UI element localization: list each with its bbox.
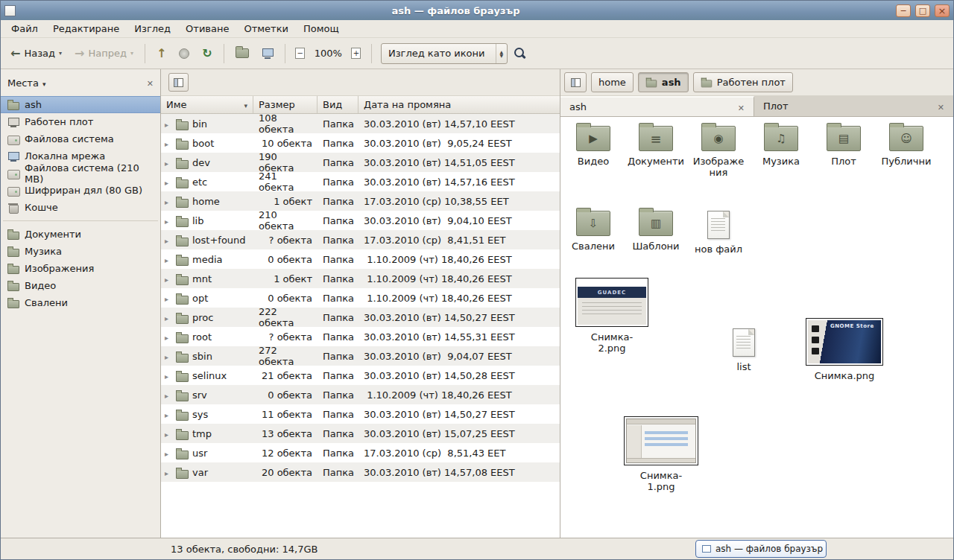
- computer-button[interactable]: [256, 42, 279, 66]
- maximize-button[interactable]: [915, 4, 930, 17]
- expander-icon[interactable]: [165, 293, 172, 304]
- table-row[interactable]: root? обектаПапка30.03.2010 (вт) 14,55,3…: [161, 327, 560, 346]
- icon-item-images[interactable]: Изображения: [687, 126, 750, 178]
- table-row[interactable]: sbin272 обектаПапка30.03.2010 (вт) 9,04,…: [161, 346, 560, 366]
- expander-icon[interactable]: [165, 448, 172, 459]
- icon-item-video[interactable]: Видео: [562, 126, 625, 178]
- back-button[interactable]: Назад: [5, 42, 67, 66]
- expander-icon[interactable]: [165, 428, 172, 439]
- sidebar-item-документи[interactable]: Документи: [1, 226, 160, 243]
- tab-ash[interactable]: ash: [560, 96, 754, 116]
- sidebar-item-файлова-система[interactable]: Файлова система: [1, 130, 160, 147]
- table-row[interactable]: dev190 обектаПапка30.03.2010 (вт) 14,51,…: [161, 153, 560, 172]
- sidebar-item-файлова-система-(210-mb)[interactable]: Файлова система (210 MB): [1, 165, 160, 182]
- view-mode-select[interactable]: Изглед като икони ▲▼: [381, 43, 508, 64]
- menu-item-2[interactable]: Изглед: [127, 21, 178, 36]
- table-row[interactable]: boot10 обектаПапка30.03.2010 (вт) 9,05,2…: [161, 133, 560, 153]
- expander-icon[interactable]: [165, 215, 172, 226]
- path-button-home[interactable]: home: [591, 72, 634, 92]
- sidebar-item-кошче[interactable]: Кошче: [1, 199, 160, 216]
- tab-close-icon[interactable]: [738, 102, 745, 112]
- close-button[interactable]: [935, 4, 950, 17]
- sidebar-close-icon[interactable]: [147, 77, 154, 88]
- table-row[interactable]: bin108 обектаПапка30.03.2010 (вт) 14,57,…: [161, 114, 560, 133]
- menu-item-3[interactable]: Отиване: [178, 21, 236, 36]
- sidebar-item-свалени[interactable]: Свалени: [1, 294, 160, 311]
- zoom-level[interactable]: 100%: [312, 48, 345, 59]
- column-header-type[interactable]: Вид: [318, 96, 358, 113]
- table-row[interactable]: tmp13 обектаПапка30.03.2010 (вт) 15,07,2…: [161, 424, 560, 443]
- sidebar-title[interactable]: Места: [7, 77, 39, 89]
- menu-item-4[interactable]: Отметки: [236, 21, 295, 36]
- icon-item-snimka[interactable]: GNOME Store Снимка.png: [800, 318, 888, 381]
- table-row[interactable]: sys11 обектаПапка30.03.2010 (вт) 14,50,2…: [161, 404, 560, 424]
- tab-close-icon[interactable]: [938, 101, 944, 112]
- expander-icon[interactable]: [165, 118, 172, 130]
- table-row[interactable]: var20 обектаПапка30.03.2010 (вт) 14,57,0…: [161, 462, 560, 482]
- minimize-button[interactable]: [896, 4, 911, 17]
- expander-icon[interactable]: [165, 273, 172, 284]
- icon-item-new-file[interactable]: нов файл: [687, 211, 750, 255]
- table-row[interactable]: selinux21 обектаПапка30.03.2010 (вт) 14,…: [161, 366, 560, 385]
- icon-item-downloads[interactable]: Свалени: [562, 211, 625, 255]
- table-row[interactable]: mnt1 обектПапка 1.10.2009 (чт) 18,40,26 …: [161, 269, 560, 288]
- menu-item-1[interactable]: Редактиране: [45, 21, 127, 36]
- table-row[interactable]: opt0 обектаПапка 1.10.2009 (чт) 18,40,26…: [161, 288, 560, 308]
- column-header-size[interactable]: Размер: [253, 96, 318, 113]
- table-row[interactable]: proc222 обектаПапка30.03.2010 (вт) 14,50…: [161, 308, 560, 327]
- path-button-ash[interactable]: ash: [638, 72, 689, 92]
- tab-plot[interactable]: Плот: [754, 96, 953, 116]
- icon-item-snimka1[interactable]: Снимка-1.png: [620, 416, 702, 492]
- reload-button[interactable]: [197, 42, 217, 66]
- column-header-name[interactable]: Име: [161, 96, 253, 113]
- sidebar-item-работен-плот[interactable]: Работен плот: [1, 113, 160, 130]
- icon-item-snimka2[interactable]: GUADEC Снимка-2.png: [571, 278, 653, 354]
- icon-item-desktop[interactable]: Плот: [812, 126, 875, 178]
- expander-icon[interactable]: [165, 351, 172, 362]
- sidebar-item-музика[interactable]: Музика: [1, 243, 160, 260]
- icon-item-music[interactable]: Музика: [750, 126, 812, 178]
- expander-icon[interactable]: [165, 196, 172, 207]
- expander-icon[interactable]: [165, 312, 172, 323]
- expander-icon[interactable]: [165, 176, 172, 188]
- icon-item-templates[interactable]: Шаблони: [625, 211, 687, 255]
- expander-icon[interactable]: [165, 138, 172, 149]
- expander-icon[interactable]: [165, 389, 172, 401]
- icon-item-documents[interactable]: Документи: [625, 126, 687, 178]
- path-button-desktop[interactable]: Работен плот: [693, 72, 793, 92]
- sort-caret-icon[interactable]: [244, 99, 247, 110]
- back-history-caret-icon[interactable]: [59, 50, 62, 57]
- taskbar-window-button[interactable]: ash — файлов браузър: [695, 540, 827, 558]
- expander-icon[interactable]: [165, 467, 172, 478]
- icon-item-public[interactable]: Публични: [875, 126, 938, 178]
- up-button[interactable]: [151, 42, 171, 66]
- expander-icon[interactable]: [165, 370, 172, 381]
- table-row[interactable]: home1 обектПапка17.03.2010 (ср) 10,38,55…: [161, 191, 560, 211]
- forward-button[interactable]: Напред: [69, 42, 139, 66]
- sidebar-item-видео[interactable]: Видео: [1, 277, 160, 294]
- sidebar-item-шифриран-дял-(80-gb)[interactable]: Шифриран дял (80 GB): [1, 182, 160, 199]
- column-header-date[interactable]: Дата на промяна: [358, 96, 560, 113]
- sidebar-caret-icon[interactable]: [42, 77, 46, 89]
- menu-item-0[interactable]: Файл: [4, 21, 45, 36]
- spinner-arrows-icon[interactable]: ▲▼: [496, 44, 508, 63]
- expander-icon[interactable]: [165, 157, 172, 168]
- stop-button[interactable]: [174, 42, 195, 66]
- home-button[interactable]: [230, 42, 254, 66]
- table-row[interactable]: lost+found? обектаПапка17.03.2010 (ср) 8…: [161, 230, 560, 249]
- search-icon[interactable]: [514, 48, 525, 59]
- table-row[interactable]: media0 обектаПапка 1.10.2009 (чт) 18,40,…: [161, 249, 560, 269]
- icon-item-list[interactable]: list: [721, 328, 766, 372]
- titlebar[interactable]: ash — файлов браузър: [1, 1, 953, 20]
- table-row[interactable]: lib210 обектаПапка30.03.2010 (вт) 9,04,1…: [161, 211, 560, 230]
- path-root-button[interactable]: [564, 72, 587, 92]
- menu-item-5[interactable]: Помощ: [296, 21, 347, 36]
- table-row[interactable]: usr12 обектаПапка17.03.2010 (ср) 8,51,43…: [161, 443, 560, 462]
- expander-icon[interactable]: [165, 235, 172, 246]
- expander-icon[interactable]: [165, 254, 172, 265]
- tree-pane-button[interactable]: [168, 73, 189, 92]
- sidebar-item-изображения[interactable]: Изображения: [1, 260, 160, 277]
- zoom-out-button[interactable]: [291, 45, 309, 63]
- icon-view[interactable]: Видео Документи Изображения Музика: [560, 117, 953, 538]
- table-row[interactable]: etc241 обектаПапка30.03.2010 (вт) 14,57,…: [161, 172, 560, 191]
